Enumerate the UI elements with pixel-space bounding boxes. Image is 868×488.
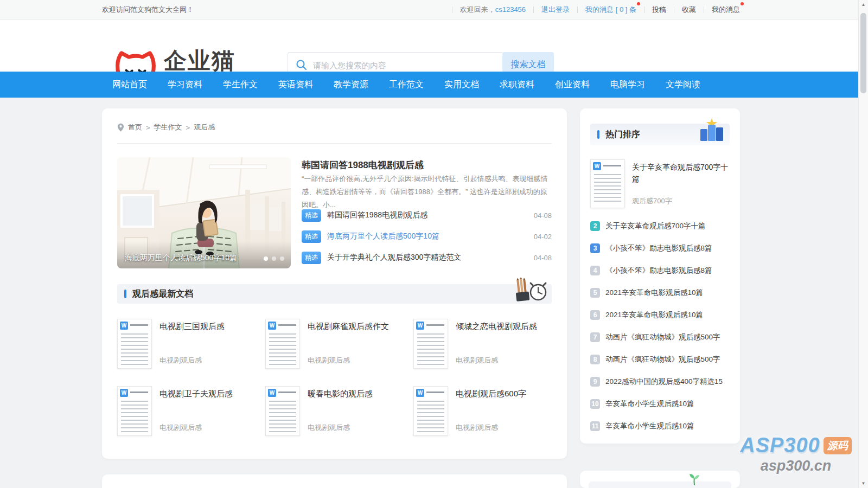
breadcrumb-home[interactable]: 首页 [128, 123, 142, 132]
hot-rank-item[interactable]: 9 2022感动中国的观后感400字精选15 [590, 370, 730, 393]
rank-badge: 4 [590, 266, 600, 275]
main-nav: 网站首页 学习资料 学生作文 英语资料 教学资源 工作范文 实用文档 求职资料 … [0, 72, 868, 98]
divider [117, 143, 552, 144]
breadcrumb-separator: > [146, 124, 150, 132]
doc-title[interactable]: 《小孩不笨》励志电影观后感8篇 [605, 266, 712, 275]
nav-item-work-docs[interactable]: 工作范文 [379, 72, 434, 98]
divider [674, 7, 674, 13]
doc-title[interactable]: 倾城之恋电视剧观后感 [456, 322, 537, 332]
doc-title[interactable]: 暖春电影的观后感 [308, 389, 373, 399]
nav-item-literature[interactable]: 文学阅读 [655, 72, 711, 98]
doc-title[interactable]: 关于辛亥革命观后感700字十篇 [632, 161, 730, 185]
nav-item-teaching[interactable]: 教学资源 [323, 72, 379, 98]
carousel-illustration [117, 157, 291, 268]
carousel-dot[interactable] [272, 256, 276, 261]
hot-rank-item[interactable]: 8 动画片《疯狂动物城》观后感500字 [590, 348, 730, 370]
sprout-icon [688, 473, 700, 488]
nav-item-study-materials[interactable]: 学习资料 [157, 72, 213, 98]
breadcrumb-section[interactable]: 学生作文 [154, 123, 182, 132]
doc-card[interactable]: W 电视剧观后感600字 电视剧观后感 [413, 386, 552, 436]
hot-rank-item[interactable]: 2 关于辛亥革命观后感700字十篇 [590, 215, 730, 237]
doc-category: 电视剧观后感 [308, 356, 350, 365]
my-messages-link[interactable]: 我的消息 [712, 5, 740, 14]
doc-thumbnail: W [265, 386, 300, 436]
featured-list-item[interactable]: 精选 关于开学典礼个人观后感300字精选范文 04-08 [302, 251, 552, 265]
featured-article-excerpt: “一部作品评价很高,无外乎几个原因:揭示时代特征、引起情感共鸣、表现细腻情感、构… [302, 172, 552, 211]
hot-rank-item[interactable]: 6 2021辛亥革命电影观后感10篇 [590, 304, 730, 326]
carousel-dot[interactable] [264, 256, 268, 261]
messages-link[interactable]: 我的消息 [ 0 ] 条 [585, 5, 636, 14]
doc-title[interactable]: 动画片《疯狂动物城》观后感500字 [605, 355, 720, 364]
divider [704, 7, 704, 13]
doc-title[interactable]: 《小孩不笨》励志电影观后感8篇 [605, 243, 712, 253]
rank-badge: 10 [590, 399, 600, 409]
featured-list-item[interactable]: 精选 韩国请回答1988电视剧观后感 04-08 [302, 208, 552, 222]
hot-ranking-title: 热门排序 [605, 129, 640, 140]
doc-title[interactable]: 辛亥革命小学生观后感10篇 [605, 399, 694, 409]
doc-title[interactable]: 关于辛亥革命观后感700字十篇 [605, 221, 706, 231]
doc-title[interactable]: 辛亥革命小学生观后感10篇 [605, 421, 694, 431]
hot-rank-item[interactable]: 11 辛亥革命小学生观后感10篇 [590, 415, 730, 437]
featured-carousel[interactable]: 海底两万里个人读后感500字10篇 [117, 157, 291, 268]
article-date: 04-02 [534, 233, 552, 241]
next-sidebar-card [580, 471, 740, 488]
nav-item-student-essays[interactable]: 学生作文 [213, 72, 268, 98]
hot-rank-item[interactable]: 10 辛亥革命小学生观后感10篇 [590, 393, 730, 415]
doc-title[interactable]: 动画片《疯狂动物城》观后感500字 [605, 332, 720, 342]
doc-title[interactable]: 2021辛亥革命电影观后感10篇 [605, 310, 703, 320]
rank-badge: 3 [590, 243, 600, 253]
doc-title[interactable]: 电视剧观后感600字 [456, 389, 526, 399]
logout-link[interactable]: 退出登录 [541, 5, 570, 15]
nav-item-computer[interactable]: 电脑学习 [600, 72, 655, 98]
nav-item-english[interactable]: 英语资料 [268, 72, 323, 98]
doc-card[interactable]: W 倾城之恋电视剧观后感 电视剧观后感 [413, 319, 552, 369]
submit-post-link[interactable]: 投稿 [652, 5, 666, 15]
nav-item-startup[interactable]: 创业资料 [545, 72, 600, 98]
ranking-podium-icon [698, 117, 725, 144]
doc-card[interactable]: W 暖春电影的观后感 电视剧观后感 [265, 386, 404, 436]
doc-category: 电视剧观后感 [456, 356, 498, 365]
word-doc-icon: W [416, 322, 424, 330]
nav-item-job-materials[interactable]: 求职资料 [489, 72, 545, 98]
featured-article-title[interactable]: 韩国请回答1988电视剧观后感 [302, 159, 424, 171]
word-doc-icon: W [268, 389, 276, 397]
latest-section-title: 观后感最新文档 [132, 288, 193, 300]
doc-category: 电视剧观后感 [159, 423, 202, 433]
doc-title[interactable]: 2022感动中国的观后感400字精选15 [605, 377, 723, 387]
hot-rank-item[interactable]: 5 2021辛亥革命电影观后感10篇 [590, 281, 730, 304]
scroll-down-arrow[interactable]: ▼ [859, 481, 868, 486]
hot-ranking-card: 热门排序 W 关于辛亥革命观后感700字十篇 观后感700字 2 关于辛亥革命观… [580, 108, 740, 444]
doc-card[interactable]: W 电视剧三国观后感 电视剧观后感 [117, 319, 256, 369]
hot-rank-item[interactable]: 3 《小孩不笨》励志电影观后感8篇 [590, 237, 730, 259]
hot-rank-top-item[interactable]: W 关于辛亥革命观后感700字十篇 观后感700字 [590, 159, 730, 208]
favorites-link[interactable]: 收藏 [682, 5, 696, 15]
doc-title[interactable]: 2021辛亥革命电影观后感10篇 [605, 288, 703, 298]
scrollbar-thumb[interactable] [860, 13, 866, 93]
next-section-card [102, 474, 567, 488]
featured-list-item[interactable]: 精选 海底两万里个人读后感500字10篇 04-02 [302, 229, 552, 243]
doc-card[interactable]: W 电视剧卫子夫观后感 电视剧观后感 [117, 386, 256, 436]
doc-title[interactable]: 电视剧麻雀观后感作文 [308, 322, 389, 332]
article-link[interactable]: 韩国请回答1988电视剧观后感 [327, 210, 427, 220]
doc-title[interactable]: 电视剧卫子夫观后感 [159, 389, 233, 399]
doc-card[interactable]: W 电视剧麻雀观后感作文 电视剧观后感 [265, 319, 404, 369]
carousel-dot[interactable] [280, 256, 284, 261]
scroll-up-arrow[interactable]: ▲ [859, 2, 868, 7]
doc-thumbnail: W [117, 386, 152, 436]
rank-badge: 11 [590, 421, 600, 431]
site-welcome-text: 欢迎访问范文狗范文大全网！ [102, 5, 194, 15]
featured-article-list: 精选 韩国请回答1988电视剧观后感 04-08 精选 海底两万里个人读后感50… [302, 208, 552, 272]
hot-rank-item[interactable]: 7 动画片《疯狂动物城》观后感500字 [590, 326, 730, 348]
doc-title[interactable]: 电视剧三国观后感 [159, 322, 225, 332]
username-link[interactable]: cs123456 [495, 5, 526, 14]
doc-category: 电视剧观后感 [308, 423, 350, 433]
article-link[interactable]: 海底两万里个人读后感500字10篇 [327, 232, 439, 241]
carousel-caption: 海底两万里个人读后感500字10篇 [125, 253, 237, 263]
rank-badge: 5 [590, 288, 600, 298]
hot-rank-item[interactable]: 4 《小孩不笨》励志电影观后感8篇 [590, 259, 730, 281]
article-link[interactable]: 关于开学典礼个人观后感300字精选范文 [327, 253, 461, 262]
article-date: 04-08 [534, 254, 552, 262]
nav-item-home[interactable]: 网站首页 [102, 72, 157, 98]
main-content-card: 首页 > 学生作文 > 观后感 [102, 108, 567, 459]
nav-item-practical-docs[interactable]: 实用文档 [434, 72, 489, 98]
